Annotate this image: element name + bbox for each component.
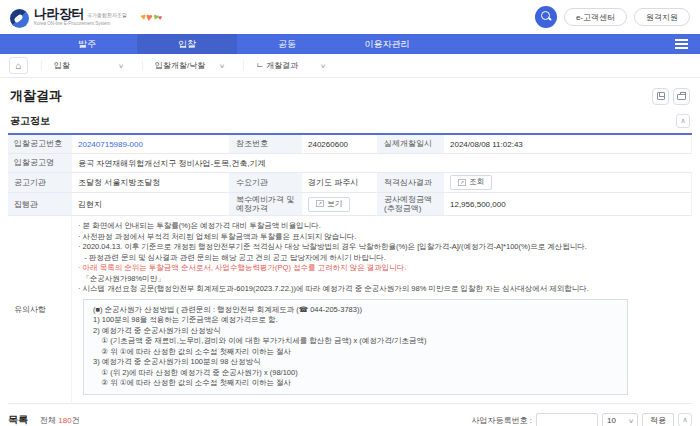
actual-open-datetime-label: 실제개찰일시 — [378, 135, 444, 154]
chevron-down-icon: ∨ — [628, 417, 634, 424]
notice-agency-label: 공고기관 — [8, 173, 72, 193]
chevron-up-icon: ∧ — [680, 117, 685, 125]
bid-notice-no-link[interactable]: 20240715989-000 — [78, 140, 143, 149]
business-reg-no-label: 사업자등록번호 : — [472, 415, 532, 426]
page-size-select[interactable]: 10 ∨ — [602, 413, 638, 426]
box-line: ① (위 2)에 따라 산정한 예정가격 중 순공사원가) x (98/100) — [93, 368, 618, 379]
bid-notice-name-value: 용곡 자연재해위험개선지구 정비사업-토목,건축,기계 — [72, 154, 692, 173]
box-line: ② 위 ①에 따라 산정한 값의 소수점 첫째자리 이하는 절사 — [93, 378, 618, 389]
breadcrumb-select-level1[interactable]: 입찰 ∨ — [41, 60, 129, 71]
qualification-result-label: 적격심사결과 — [378, 173, 444, 193]
estimated-amount-value: 12,956,500,000 — [444, 193, 692, 216]
logo[interactable]: 나라장터 국가종합전자조달 Korea ON-line E-Procuremen… — [10, 7, 127, 28]
breadcrumb-select-level2[interactable]: 입찰개찰/낙찰 ∨ — [142, 60, 230, 71]
page-title: 개찰결과 — [10, 87, 62, 105]
note-line: · 사전판정 과정에서 부적격 처리된 업체의 투찰금액과 투찰률은 표시되지 … — [78, 232, 686, 243]
notice-info-table: 입찰공고번호 20240715989-000 참조번호 240260600 실제… — [8, 135, 692, 404]
chevron-up-icon: ∧ — [682, 416, 687, 424]
list-total: 전체 180건 — [40, 415, 80, 426]
taegeuk-logo-icon — [10, 9, 29, 28]
box-line: ② 위 ①에 따라 산정한 값의 소수점 첫째자리 이하는 절사 — [93, 347, 618, 358]
apply-button[interactable]: 적용 — [642, 413, 674, 426]
remote-support-button[interactable]: 원격지원 — [634, 8, 690, 26]
logo-title: 나라장터 — [34, 7, 84, 20]
ref-no-label: 참조번호 — [230, 135, 302, 154]
main-navbar: 발주 입찰 공동 이용자관리 — [0, 34, 700, 54]
estimated-amount-label: 공사예정금액(추정금액) — [378, 193, 444, 216]
note-line: - 판정관련 문의 및 심사결과 관련 문의는 해당 공고 건의 공고 담당자에… — [78, 253, 686, 264]
box-line: 3) 예정가격 중 순공사원가의 100분의 98 산정방식 — [93, 357, 618, 368]
save-icon — [657, 92, 665, 100]
nav-item-joint[interactable]: 공동 — [237, 34, 337, 54]
save-button[interactable] — [652, 88, 669, 105]
note-line: · 본 화면에서 안내되는 투찰률(%)은 예정가격 대비 투찰금액 비율입니다… — [78, 221, 686, 232]
opening-officer-value: 김현지 — [72, 193, 230, 216]
actual-open-datetime-value: 2024/08/08 11:02:43 — [444, 135, 692, 154]
notes-label: 유의사항 — [8, 216, 72, 404]
search-icon[interactable] — [535, 6, 557, 28]
qualification-view-button[interactable]: ↗ 조회 — [450, 175, 492, 190]
flower-emblem-icon: ♥♥♥♥ — [141, 13, 162, 22]
notice-agency-value: 조달청 서울지방조달청 — [72, 173, 230, 193]
note-line: · 2020.04.13. 이후 기준으로 개정된 행정안전부기준 적격심사 대… — [78, 242, 686, 253]
notice-info-section-title: 공고정보 — [10, 114, 50, 128]
reserve-prices-view-button[interactable]: ↗ 보기 — [308, 197, 350, 212]
note-line-warning: · 아래 목록의 순위는 투찰금액 순서로서, 사업수행능력평가(PQ) 점수를… — [78, 263, 686, 274]
nav-item-bid[interactable]: 입찰 — [137, 34, 237, 54]
box-title: (■) 순공사원가 산정방법 ( 관련문의 : 행정안전부 회계제도과 (☎ 0… — [93, 305, 618, 316]
box-line: 2) 예정가격 중 순공사원가의 산정방식 — [93, 326, 618, 337]
collapse-section-button[interactable]: ∧ — [676, 114, 690, 128]
chevron-down-icon: ∨ — [118, 62, 124, 69]
note-line: 「순공사원가98%미만」 — [78, 274, 686, 285]
bid-notice-name-label: 입찰공고명 — [8, 154, 72, 173]
cost-calc-method-box: (■) 순공사원가 산정방법 ( 관련문의 : 행정안전부 회계제도과 (☎ 0… — [83, 299, 628, 395]
customer-center-button[interactable]: e-고객센터 — [564, 8, 627, 26]
demand-agency-value: 경기도 파주시 — [302, 173, 378, 193]
hamburger-menu-icon[interactable] — [675, 39, 688, 49]
breadcrumb: ⌂ 입찰 ∨ 입찰개찰/낙찰 ∨ ㄴ 개찰결과 ∨ — [0, 54, 700, 78]
collapse-list-button[interactable]: ∧ — [678, 413, 692, 426]
print-button[interactable] — [673, 88, 690, 105]
business-reg-no-input[interactable] — [536, 413, 598, 426]
nav-item-user-mgmt[interactable]: 이용자관리 — [337, 34, 437, 54]
logo-text: 나라장터 국가종합전자조달 Korea ON-line E-Procuremen… — [34, 7, 127, 27]
breadcrumb-select-level3[interactable]: ㄴ 개찰결과 ∨ — [243, 60, 331, 71]
box-line: 1) 100분의 98을 적용하는 기준금액은 예정가격으로 함. — [93, 315, 618, 326]
demand-agency-label: 수요기관 — [230, 173, 302, 193]
notes-content: · 본 화면에서 안내되는 투찰률(%)은 예정가격 대비 투찰금액 비율입니다… — [72, 216, 692, 404]
chevron-down-icon: ∨ — [219, 62, 225, 69]
list-section-title: 목록 — [8, 413, 28, 426]
external-link-icon: ↗ — [316, 200, 324, 207]
printer-icon — [677, 94, 686, 100]
nav-item-order[interactable]: 발주 — [37, 34, 137, 54]
ref-no-value: 240260600 — [302, 135, 378, 154]
bid-notice-no-label: 입찰공고번호 — [8, 135, 72, 154]
total-count: 180 — [58, 416, 71, 425]
reserve-prices-label: 복수예비가격 및 예정가격 — [230, 193, 302, 216]
home-icon[interactable]: ⌂ — [9, 57, 28, 74]
logo-subtitle-en: Korea ON-line E-Procurement System — [34, 22, 127, 27]
note-line: · 시스템 개선요청 공문(행정안전부 회계제도과-6019(2023.7.22… — [78, 284, 686, 295]
opening-officer-label: 집행관 — [8, 193, 72, 216]
chevron-down-icon: ∨ — [320, 62, 326, 69]
external-link-icon: ↗ — [458, 179, 466, 186]
logo-subtitle-kr: 국가종합전자조달 — [87, 13, 127, 18]
box-line: ① (기초금액 중 재료비,노무비,경비와 이에 대한 부가가치세를 합산한 금… — [93, 336, 618, 347]
app-header: 나라장터 국가종합전자조달 Korea ON-line E-Procuremen… — [0, 0, 700, 34]
